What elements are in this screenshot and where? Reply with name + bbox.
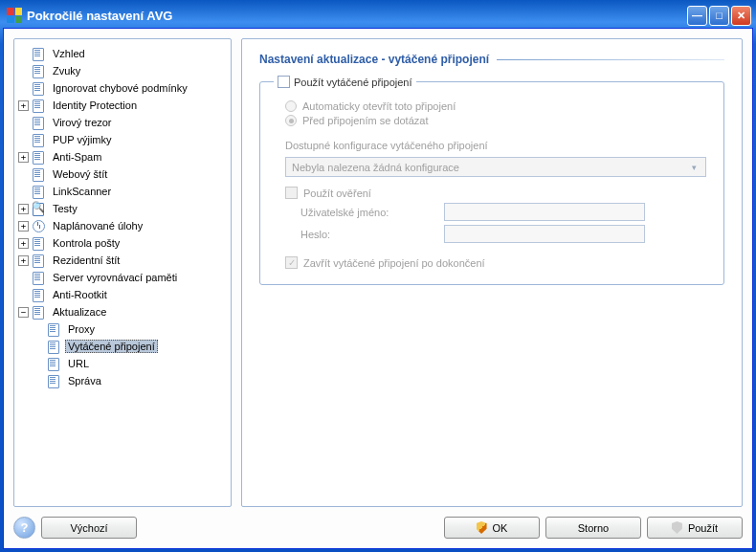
tree-item-label[interactable]: Server vyrovnávací paměti (50, 271, 180, 284)
expand-toggle[interactable]: + (18, 152, 29, 163)
radio-ask (285, 115, 297, 126)
tree-item-label[interactable]: Virový trezor (50, 116, 115, 129)
tree-item[interactable]: Správa (33, 372, 229, 389)
tree-item[interactable]: Vytáčené připojení (33, 338, 229, 355)
expand-spacer (18, 49, 29, 59)
radio-auto-open (285, 100, 297, 112)
page-icon (47, 340, 62, 353)
tree-item[interactable]: +Identity Protection (18, 97, 229, 114)
cancel-button[interactable]: Storno (545, 517, 641, 539)
configs-dropdown-value: Nebyla nalezena žádná konfigurace (292, 162, 686, 173)
titlebar[interactable]: Pokročilé nastavení AVG — □ ✕ (3, 3, 753, 28)
page-icon (32, 81, 47, 95)
use-dialup-checkbox[interactable] (278, 76, 290, 88)
tree-item-label[interactable]: Anti-Rootkit (50, 288, 110, 301)
tree-item[interactable]: Anti-Rootkit (18, 286, 229, 303)
window-title: Pokročilé nastavení AVG (27, 9, 172, 23)
section-title: Nastavení aktualizace - vytáčené připoje… (259, 53, 489, 66)
tree-item-label[interactable]: Anti-Spam (50, 150, 104, 164)
expand-toggle[interactable]: + (18, 238, 29, 249)
password-row: Heslo: (300, 225, 710, 243)
tree-item-label[interactable]: Vytáčené připojení (65, 340, 158, 353)
page-icon (32, 99, 47, 112)
avg-logo-icon (7, 8, 22, 23)
tree-item[interactable]: +Testy (18, 200, 229, 217)
tree-item-label[interactable]: Webový štít (50, 167, 110, 181)
page-icon (32, 116, 47, 129)
expand-spacer (33, 324, 44, 335)
expand-toggle[interactable]: − (18, 307, 29, 318)
shield-icon (477, 521, 487, 534)
close-button[interactable]: ✕ (731, 6, 751, 26)
default-button[interactable]: Výchozí (41, 517, 137, 539)
page-icon (32, 167, 47, 181)
tree-item-label[interactable]: Správa (65, 374, 104, 387)
username-input (444, 203, 645, 221)
tree-item[interactable]: +Naplánované úlohy (18, 217, 229, 234)
use-dialup-label: Použít vytáčené připojení (294, 77, 412, 88)
tree-item[interactable]: URL (33, 355, 229, 372)
ok-button[interactable]: OK (444, 517, 540, 539)
radio-auto-open-row: Automaticky otevřít toto připojení (285, 100, 710, 112)
use-auth-label: Použít ověření (303, 188, 371, 199)
expand-spacer (33, 376, 44, 386)
expand-toggle[interactable]: + (18, 255, 29, 266)
tree-item-label[interactable]: PUP výjimky (50, 133, 115, 146)
tree-item[interactable]: Virový trezor (18, 114, 229, 131)
client-area: VzhledZvukyIgnorovat chybové podmínky+Id… (3, 28, 753, 549)
shield-icon (672, 521, 682, 534)
page-icon (32, 133, 47, 146)
configs-dropdown: Nebyla nalezena žádná konfigurace ▾ (285, 157, 706, 177)
tree-item-label[interactable]: Rezidentní štít (50, 254, 122, 267)
maximize-button[interactable]: □ (709, 6, 729, 26)
tree-item-label[interactable]: Zvuky (50, 64, 83, 77)
nav-tree[interactable]: VzhledZvukyIgnorovat chybové podmínky+Id… (13, 38, 232, 507)
tree-item-label[interactable]: Ignorovat chybové podmínky (50, 81, 190, 95)
close-after-label: Zavřít vytáčené připojení po dokončení (303, 257, 485, 269)
tree-item-label[interactable]: Vzhled (50, 47, 88, 60)
page-icon (32, 185, 47, 198)
expand-spacer (33, 359, 44, 369)
page-icon (32, 236, 47, 250)
tree-item-label[interactable]: Proxy (65, 322, 98, 336)
close-after-checkbox (285, 256, 298, 269)
tree-item[interactable]: Server vyrovnávací paměti (18, 269, 229, 286)
tree-item[interactable]: PUP výjimky (18, 131, 229, 148)
tree-item[interactable]: Webový štít (18, 166, 229, 183)
expand-spacer (18, 169, 29, 180)
expand-toggle[interactable]: + (18, 221, 29, 232)
configs-label: Dostupné konfigurace vytáčeného připojen… (285, 140, 710, 151)
tree-item-label[interactable]: Naplánované úlohy (50, 219, 145, 232)
radio-ask-label: Před připojením se dotázat (302, 115, 428, 126)
tree-item-label[interactable]: Testy (50, 202, 80, 215)
tree-item[interactable]: −Aktualizace (18, 303, 229, 320)
use-auth-row: Použít ověření (285, 187, 710, 199)
expand-toggle[interactable]: + (18, 204, 29, 214)
tree-item-label[interactable]: Aktualizace (50, 305, 109, 319)
tree-item[interactable]: +Anti-Spam (18, 148, 229, 166)
tree-item[interactable]: LinkScanner (18, 183, 229, 200)
tree-item[interactable]: Proxy (33, 320, 229, 338)
expand-spacer (18, 118, 29, 128)
apply-button[interactable]: Použít (647, 517, 743, 539)
window-frame: Pokročilé nastavení AVG — □ ✕ VzhledZvuk… (0, 0, 756, 552)
button-bar: ? Výchozí OK Storno Použít (13, 517, 743, 539)
help-button[interactable]: ? (13, 517, 35, 539)
tree-item-label[interactable]: Identity Protection (50, 99, 140, 112)
chevron-down-icon: ▾ (686, 160, 701, 175)
page-icon (47, 374, 62, 387)
dialup-legend[interactable]: Použít vytáčené připojení (274, 76, 416, 88)
tree-item[interactable]: Vzhled (18, 45, 229, 62)
tree-item[interactable]: Ignorovat chybové podmínky (18, 79, 229, 97)
tree-item-label[interactable]: URL (65, 357, 92, 370)
tree-item-label[interactable]: Kontrola pošty (50, 236, 122, 250)
page-icon (32, 64, 47, 77)
tree-item[interactable]: +Rezidentní štít (18, 252, 229, 269)
tree-item[interactable]: +Kontrola pošty (18, 234, 229, 252)
expand-toggle[interactable]: + (18, 100, 29, 111)
minimize-button[interactable]: — (687, 6, 707, 26)
expand-spacer (18, 135, 29, 145)
tree-item-label[interactable]: LinkScanner (50, 185, 114, 198)
tree-item[interactable]: Zvuky (18, 62, 229, 79)
page-icon (32, 288, 47, 301)
